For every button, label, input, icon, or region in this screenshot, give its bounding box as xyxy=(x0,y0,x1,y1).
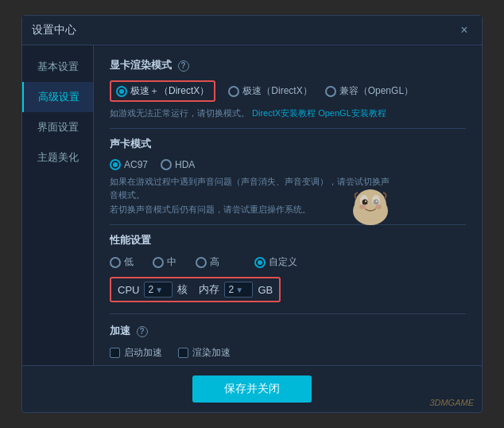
gpu-hint: 如游戏无法正常运行，请切换模式。 DirectX安装教程 OpenGL安装教程 xyxy=(110,107,466,120)
gpu-option-directx-plus[interactable]: 极速＋（DirectX） xyxy=(110,80,215,102)
settings-dialog: 设置中心 × 基本设置 高级设置 界面设置 主题美化 显卡渲染模式 ? 极速＋（… xyxy=(21,15,483,413)
audio-section-title: 声卡模式 xyxy=(110,137,466,151)
radio-ac97 xyxy=(110,159,121,170)
dialog-title: 设置中心 xyxy=(32,23,76,37)
cpu-select[interactable]: 2 ▼ xyxy=(144,282,173,298)
accel-enable[interactable]: 启动加速 xyxy=(110,346,162,360)
radio-custom xyxy=(254,257,266,268)
perf-custom[interactable]: 自定义 xyxy=(254,255,297,269)
dialog-footer: 保存并关闭 xyxy=(22,365,482,412)
divider-1 xyxy=(110,128,466,129)
cpu-dropdown-arrow: ▼ xyxy=(155,286,163,294)
gpu-help-icon[interactable]: ? xyxy=(178,60,189,72)
sidebar-item-ui[interactable]: 界面设置 xyxy=(22,112,93,142)
radio-high xyxy=(196,257,207,268)
opengl-install-link[interactable]: OpenGL安装教程 xyxy=(318,108,386,118)
sidebar: 基本设置 高级设置 界面设置 主题美化 xyxy=(22,45,94,365)
directx-install-link[interactable]: DirectX安装教程 xyxy=(252,108,316,118)
accel-render-label: 渲染加速 xyxy=(192,346,231,360)
perf-low[interactable]: 低 xyxy=(110,255,134,269)
dialog-body: 基本设置 高级设置 界面设置 主题美化 显卡渲染模式 ? 极速＋（DirectX… xyxy=(22,45,482,365)
cpu-label: CPU xyxy=(118,284,139,296)
svg-point-7 xyxy=(372,195,380,206)
divider-2 xyxy=(110,224,466,225)
close-button[interactable]: × xyxy=(456,22,472,38)
checkbox-enable-accel xyxy=(110,348,120,358)
audio-radio-group: AC97 HDA xyxy=(110,159,466,170)
core-label: 核 xyxy=(177,282,188,297)
accel-help-icon[interactable]: ? xyxy=(137,326,148,337)
save-button[interactable]: 保存并关闭 xyxy=(192,375,312,403)
gpu-label-directx-plus: 极速＋（DirectX） xyxy=(130,84,209,98)
perf-mid-label: 中 xyxy=(167,255,176,269)
svg-point-3 xyxy=(362,200,368,205)
sidebar-item-advanced[interactable]: 高级设置 xyxy=(22,82,93,112)
radio-opengl xyxy=(325,86,336,97)
mascot-image xyxy=(347,183,394,231)
gpu-label-directx: 极速（DirectX） xyxy=(242,84,312,98)
radio-hda xyxy=(161,159,172,170)
perf-level-group: 低 中 高 自定义 xyxy=(110,255,466,269)
gpu-option-directx[interactable]: 极速（DirectX） xyxy=(228,84,312,98)
perf-section-title: 性能设置 xyxy=(110,233,466,247)
accel-section: 加速 ? 启动加速 渲染加速 xyxy=(110,324,466,360)
sidebar-item-basic[interactable]: 基本设置 xyxy=(22,52,93,82)
svg-point-4 xyxy=(365,200,366,202)
svg-point-9 xyxy=(375,204,382,209)
radio-mid xyxy=(153,257,164,268)
gpu-option-opengl[interactable]: 兼容（OpenGL） xyxy=(325,84,413,98)
audio-label-hda: HDA xyxy=(175,159,195,170)
gpu-radio-group: 极速＋（DirectX） 极速（DirectX） 兼容（OpenGL） xyxy=(110,80,466,102)
radio-directx xyxy=(228,86,239,97)
sidebar-item-theme[interactable]: 主题美化 xyxy=(22,142,93,173)
accel-enable-label: 启动加速 xyxy=(124,346,162,360)
accel-checkbox-group: 启动加速 渲染加速 xyxy=(110,346,466,360)
mem-label: 内存 xyxy=(199,282,219,297)
svg-point-1 xyxy=(355,189,386,221)
watermark: 3DMGAME xyxy=(429,398,474,407)
divider-3 xyxy=(110,313,466,314)
audio-option-hda[interactable]: HDA xyxy=(161,159,195,170)
accel-render[interactable]: 渲染加速 xyxy=(178,346,231,360)
audio-option-ac97[interactable]: AC97 xyxy=(110,159,148,170)
perf-high-label: 高 xyxy=(210,255,219,269)
perf-mid[interactable]: 中 xyxy=(153,255,176,269)
perf-custom-label: 自定义 xyxy=(269,255,297,269)
cpu-memory-row: CPU 2 ▼ 核 内存 2 ▼ GB xyxy=(110,277,281,302)
radio-directx-plus xyxy=(116,86,127,97)
checkbox-render-accel xyxy=(178,348,188,358)
gb-label: GB xyxy=(258,284,273,296)
perf-high[interactable]: 高 xyxy=(196,255,219,269)
mem-dropdown-arrow: ▼ xyxy=(235,286,243,294)
main-content: 显卡渲染模式 ? 极速＋（DirectX） 极速（DirectX） 兼容（Ope… xyxy=(94,45,482,365)
gpu-section-title: 显卡渲染模式 ? xyxy=(110,58,466,72)
accel-section-title: 加速 ? xyxy=(110,324,466,338)
titlebar: 设置中心 × xyxy=(22,16,482,45)
radio-low xyxy=(110,257,121,268)
svg-point-8 xyxy=(359,204,366,209)
audio-label-ac97: AC97 xyxy=(124,159,148,170)
perf-section: 性能设置 xyxy=(110,233,466,302)
mem-select[interactable]: 2 ▼ xyxy=(224,282,253,298)
perf-low-label: 低 xyxy=(124,255,134,269)
gpu-label-opengl: 兼容（OpenGL） xyxy=(339,84,413,98)
